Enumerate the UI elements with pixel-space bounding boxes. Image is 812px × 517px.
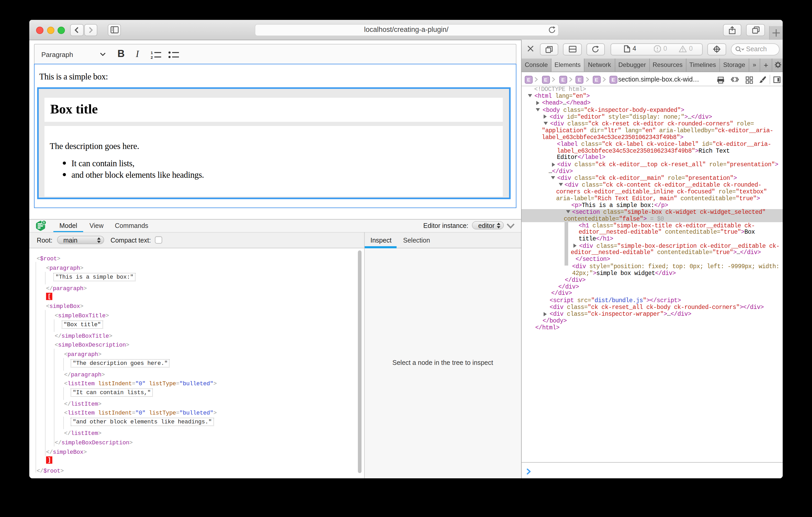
svg-text:1: 1 — [150, 50, 152, 55]
svg-text:5: 5 — [43, 221, 45, 224]
svg-text:2: 2 — [150, 55, 152, 59]
